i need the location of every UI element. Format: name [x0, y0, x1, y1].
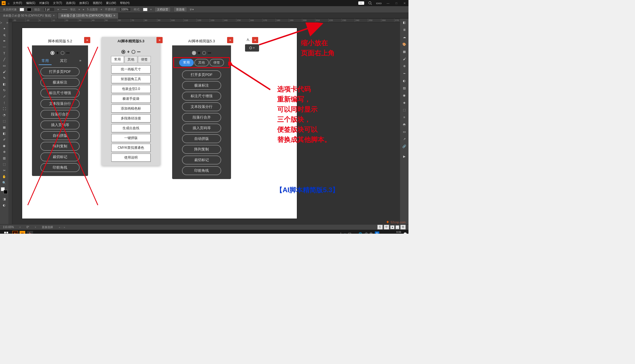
- brushes-panel-icon[interactable]: 🖌: [401, 56, 408, 62]
- free-transform-tool[interactable]: ⛶: [1, 106, 8, 112]
- radio-on-icon[interactable]: [121, 50, 125, 54]
- zoom-tool[interactable]: 🔍: [1, 180, 8, 186]
- slice-tool[interactable]: ✂: [1, 168, 8, 173]
- transform-panel-icon[interactable]: ⬚: [401, 107, 408, 113]
- script-button[interactable]: 生成出血线: [111, 124, 151, 132]
- close-panel-button[interactable]: ✕: [156, 37, 163, 43]
- radio-on-icon[interactable]: [192, 51, 196, 55]
- rectangle-tool[interactable]: ▭: [1, 63, 8, 68]
- fill-swatch[interactable]: [20, 8, 24, 11]
- script-button[interactable]: 段落行合并: [40, 110, 80, 119]
- start-button[interactable]: [2, 230, 11, 234]
- script-button[interactable]: 添加画稿色标: [111, 105, 151, 113]
- magic-wand-tool[interactable]: ✦: [1, 26, 8, 31]
- background-color[interactable]: [4, 190, 8, 194]
- mini-panel-top[interactable]: A.: [358, 1, 364, 5]
- pen-tool[interactable]: ✒: [1, 38, 8, 44]
- rotation[interactable]: 0°: [26, 226, 29, 229]
- symbols-panel-icon[interactable]: ✲: [401, 63, 408, 69]
- mesh-tool[interactable]: ▦: [1, 124, 8, 130]
- shape-builder-tool[interactable]: ◔: [1, 112, 8, 118]
- style-swatch[interactable]: [143, 8, 147, 11]
- play-icon[interactable]: ▶: [401, 154, 408, 159]
- plus-icon[interactable]: +: [56, 50, 59, 55]
- eraser-tool[interactable]: ◧: [1, 81, 8, 87]
- script-button[interactable]: CMYK查找潘通色: [111, 144, 151, 152]
- blend-tool[interactable]: ◉: [1, 143, 8, 149]
- tab-notes[interactable]: 便签: [209, 59, 224, 66]
- close-panel-button[interactable]: ✕: [227, 37, 233, 43]
- prefs-button[interactable]: 首选项: [174, 7, 187, 12]
- tray-show-hidden-icon[interactable]: ˄: [340, 232, 341, 234]
- chevron-icon[interactable]: »: [77, 57, 84, 65]
- ime-chip[interactable]: ●: [390, 225, 394, 229]
- taskbar-app[interactable]: ϟ: [27, 231, 33, 234]
- uniform-label[interactable]: 等比: [70, 8, 76, 11]
- opacity-input[interactable]: [120, 7, 131, 11]
- script-button[interactable]: 多段路径连接: [111, 114, 151, 122]
- menu-object[interactable]: 对象(O): [39, 1, 49, 5]
- artboard-tool[interactable]: ⬚: [1, 161, 8, 167]
- script-button[interactable]: 文本段落分行: [182, 102, 221, 111]
- minimize-button[interactable]: —: [385, 2, 391, 5]
- script-button[interactable]: 极速标注: [182, 81, 221, 90]
- radio-off-icon[interactable]: [202, 51, 206, 55]
- script-button[interactable]: 文本段落分行: [40, 99, 80, 108]
- shaper-tool[interactable]: ✎: [1, 75, 8, 81]
- layers-panel-icon[interactable]: ≣: [401, 27, 408, 33]
- gradient-panel-icon[interactable]: ◐: [401, 78, 408, 84]
- menu-select[interactable]: 选择(S): [66, 1, 75, 5]
- minus-icon[interactable]: [137, 52, 140, 52]
- search-icon[interactable]: [368, 1, 372, 5]
- plus-icon[interactable]: +: [253, 46, 255, 50]
- doc-tab-1[interactable]: 未标题-2.ai @ 50 % (CMYK/CPU 预览) ×: [0, 13, 57, 18]
- curvature-tool[interactable]: 〰: [1, 44, 8, 50]
- script-button[interactable]: 插入页码等: [182, 124, 221, 133]
- menu-view[interactable]: 视图(V): [93, 1, 102, 5]
- script-button[interactable]: 标注尺寸增强: [40, 89, 80, 98]
- tray-notifications-icon[interactable]: 💬: [403, 232, 407, 234]
- menu-window[interactable]: 窗口(W): [106, 1, 116, 5]
- align-panel-icon[interactable]: ≡: [401, 114, 408, 120]
- plus-icon[interactable]: +: [198, 50, 200, 55]
- tray-icon[interactable]: ☁: [354, 232, 356, 234]
- menu-edit[interactable]: 编辑(E): [26, 1, 35, 5]
- tray-icon[interactable]: 🛡: [348, 232, 351, 234]
- tray-network-icon[interactable]: 🌐: [359, 232, 362, 234]
- artboards-panel-icon[interactable]: ▭: [401, 129, 408, 135]
- minus-icon[interactable]: [66, 53, 70, 53]
- draw-mode[interactable]: ◐: [1, 202, 8, 208]
- ime-chip[interactable]: ,: [396, 225, 399, 229]
- brush-label[interactable]: 5 点圆形: [87, 8, 98, 11]
- stroke-swatch[interactable]: [27, 8, 31, 11]
- close-panel-button[interactable]: ✕: [84, 37, 90, 43]
- script-button[interactable]: 统一画板尺寸: [111, 65, 151, 73]
- script-button[interactable]: 打开多页PDF: [40, 67, 80, 76]
- radio-icon[interactable]: [249, 47, 252, 49]
- script-button[interactable]: 使用说明: [111, 154, 151, 162]
- canvas[interactable]: 脚本精简版 5.2 ✕ + 常用 其它 »: [12, 22, 400, 224]
- close-panel-button[interactable]: ✕: [252, 37, 258, 43]
- rotate-tool[interactable]: ↻: [1, 87, 8, 93]
- script-button[interactable]: 矩形圆角工具: [111, 75, 151, 83]
- script-button[interactable]: 裁切标记: [40, 152, 80, 161]
- type-tool[interactable]: T: [1, 50, 8, 56]
- script-button[interactable]: 一键拼版: [111, 134, 151, 142]
- script-button[interactable]: 打开多页PDF: [182, 70, 221, 79]
- minus-icon[interactable]: [208, 53, 211, 53]
- menu-type[interactable]: 文字(T): [53, 1, 62, 5]
- script-button[interactable]: 包装盒型2.0: [111, 85, 151, 93]
- zoom-level[interactable]: 110.65%: [3, 226, 14, 229]
- properties-panel-icon[interactable]: ◧: [401, 20, 408, 25]
- radio-off-icon[interactable]: [61, 51, 64, 55]
- tray-icon[interactable]: ▲: [344, 232, 347, 234]
- doc-setup-button[interactable]: 文档设置: [154, 7, 171, 12]
- script-button[interactable]: 自动拼版: [40, 131, 80, 140]
- tab-notes[interactable]: 便签: [138, 56, 151, 63]
- script-button[interactable]: 自动拼版: [182, 134, 221, 143]
- color-swatches[interactable]: [1, 187, 8, 194]
- symbol-sprayer-tool[interactable]: ✲: [1, 149, 8, 155]
- stroke-width-input[interactable]: [43, 7, 55, 11]
- script-button[interactable]: 阵列复制: [40, 142, 80, 151]
- radio-off-icon[interactable]: [131, 50, 135, 54]
